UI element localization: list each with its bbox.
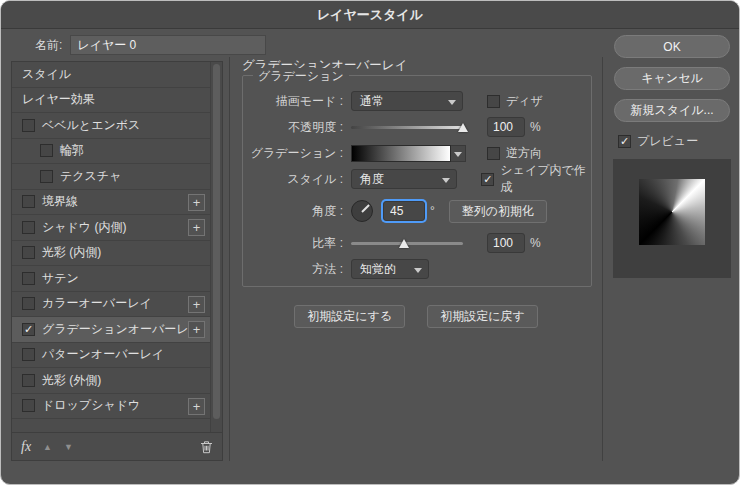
defaults-button-row: 初期設定にする 初期設定に戻す	[230, 305, 602, 328]
layer-style-dialog: レイヤースタイル 名前: スタイルレイヤー効果ベベルとエンボス輪郭テクスチャ境界…	[0, 0, 740, 485]
sidebar-item-label: 輪郭	[60, 142, 84, 159]
preview-well	[613, 159, 731, 278]
sidebar-item[interactable]: 輪郭	[12, 139, 210, 165]
style-enable-checkbox[interactable]	[22, 272, 35, 285]
sidebar-item[interactable]: スタイル	[12, 62, 210, 88]
sidebar-item[interactable]: カラーオーバーレイ+	[12, 292, 210, 318]
sidebar-item-label: 光彩 (外側)	[42, 372, 101, 389]
sidebar-item[interactable]: レイヤー効果	[12, 88, 210, 114]
style-list: スタイルレイヤー効果ベベルとエンボス輪郭テクスチャ境界線+シャドウ (内側)+光…	[12, 62, 210, 432]
reverse-label: 逆方向	[506, 145, 542, 162]
ok-button[interactable]: OK	[614, 35, 730, 58]
method-label: 方法 :	[243, 261, 343, 278]
sidebar-item-label: サテン	[42, 270, 79, 287]
sidebar-item-label: 光彩 (内側)	[42, 244, 101, 261]
blend-mode-value: 通常	[360, 93, 384, 110]
sidebar-item-label: パターンオーバーレイ	[42, 346, 164, 363]
sidebar-item-label: テクスチャ	[60, 168, 121, 185]
add-instance-plus-button[interactable]: +	[188, 296, 205, 313]
scrollbar-thumb[interactable]	[213, 64, 220, 419]
align-with-layer-checkbox[interactable]	[481, 173, 494, 186]
style-enable-checkbox[interactable]	[22, 323, 35, 336]
sidebar-item-label: ドロップシャドウ	[42, 397, 140, 414]
style-enable-checkbox[interactable]	[22, 221, 35, 234]
preview-row: プレビュー	[618, 133, 698, 150]
opacity-input[interactable]	[487, 117, 525, 137]
sidebar-footer: fx ▲ ▼	[12, 432, 222, 460]
gradient-style-value: 角度	[360, 171, 384, 188]
dither-checkbox[interactable]	[487, 95, 500, 108]
make-default-button[interactable]: 初期設定にする	[294, 305, 405, 328]
dialog-titlebar[interactable]: レイヤースタイル	[1, 1, 739, 29]
delete-effect-button[interactable]	[200, 440, 213, 454]
angle-dial[interactable]	[351, 200, 373, 222]
sidebar-item[interactable]: ドロップシャドウ+	[12, 394, 210, 420]
move-up-icon[interactable]: ▲	[43, 442, 52, 452]
add-instance-plus-button[interactable]: +	[188, 398, 205, 415]
new-style-button[interactable]: 新規スタイル...	[614, 99, 730, 122]
preview-label: プレビュー	[637, 133, 698, 150]
gradient-style-dropdown[interactable]: 角度	[351, 169, 457, 189]
style-enable-checkbox[interactable]	[22, 348, 35, 361]
opacity-slider[interactable]	[351, 119, 463, 135]
add-instance-plus-button[interactable]: +	[188, 219, 205, 236]
method-dropdown[interactable]: 知覚的	[351, 259, 429, 279]
sidebar-item-label: 境界線	[42, 193, 78, 210]
style-enable-checkbox[interactable]	[40, 170, 53, 183]
scale-label: 比率 :	[243, 235, 343, 252]
scale-input[interactable]	[487, 233, 525, 253]
dialog-title: レイヤースタイル	[317, 6, 423, 24]
gradient-swatch[interactable]	[351, 145, 451, 162]
opacity-slider-thumb[interactable]	[458, 123, 468, 132]
sidebar-item-label: ベベルとエンボス	[42, 117, 140, 134]
group-legend: グラデーション	[253, 68, 349, 85]
style-enable-checkbox[interactable]	[22, 119, 35, 132]
sidebar-item[interactable]: ベベルとエンボス	[12, 113, 210, 139]
cancel-button[interactable]: キャンセル	[614, 67, 730, 90]
style-enable-checkbox[interactable]	[22, 374, 35, 387]
style-enable-checkbox[interactable]	[22, 246, 35, 259]
style-enable-checkbox[interactable]	[22, 297, 35, 310]
reset-to-default-button[interactable]: 初期設定に戻す	[427, 305, 538, 328]
sidebar-item[interactable]: サテン	[12, 266, 210, 292]
fx-icon[interactable]: fx	[21, 439, 31, 455]
move-down-icon[interactable]: ▼	[64, 442, 73, 452]
gradient-preview-thumbnail	[639, 179, 705, 245]
sidebar-item-label: シャドウ (内側)	[42, 219, 126, 236]
sidebar-item[interactable]: パターンオーバーレイ	[12, 343, 210, 369]
blend-mode-dropdown[interactable]: 通常	[351, 91, 463, 111]
opacity-slider-track[interactable]	[351, 126, 463, 129]
sidebar-item[interactable]: 光彩 (内側)	[12, 241, 210, 267]
blend-mode-row: 描画モード : 通常 ディザ	[243, 90, 591, 112]
sidebar-item[interactable]: 光彩 (外側)	[12, 368, 210, 394]
style-label: スタイル :	[243, 171, 343, 188]
name-row: 名前:	[35, 35, 266, 55]
preview-checkbox[interactable]	[618, 135, 631, 148]
gradient-picker-dropdown[interactable]	[451, 145, 466, 162]
style-enable-checkbox[interactable]	[40, 144, 53, 157]
opacity-unit: %	[530, 120, 541, 134]
scale-unit: %	[530, 236, 541, 250]
trash-icon	[200, 440, 213, 454]
sidebar-item[interactable]: グラデーションオーバーレイ+	[12, 317, 210, 343]
gradient-row: グラデーション : 逆方向	[243, 142, 591, 164]
reverse-checkbox[interactable]	[487, 147, 500, 160]
layer-name-input[interactable]	[70, 35, 266, 55]
scale-slider-thumb[interactable]	[399, 239, 409, 248]
reset-alignment-button[interactable]: 整列の初期化	[449, 200, 547, 223]
angle-unit: °	[430, 204, 435, 218]
sidebar-scrollbar[interactable]	[210, 62, 222, 432]
style-enable-checkbox[interactable]	[22, 399, 35, 412]
sidebar-item[interactable]: シャドウ (内側)+	[12, 215, 210, 241]
style-enable-checkbox[interactable]	[22, 195, 35, 208]
sidebar-item[interactable]: テクスチャ	[12, 164, 210, 190]
angle-label: 角度 :	[243, 203, 343, 220]
sidebar-item-label: カラーオーバーレイ	[42, 295, 152, 312]
add-instance-plus-button[interactable]: +	[188, 194, 205, 211]
blend-mode-label: 描画モード :	[243, 93, 343, 110]
angle-input[interactable]	[383, 201, 425, 221]
sidebar-item[interactable]: 境界線+	[12, 190, 210, 216]
add-instance-plus-button[interactable]: +	[188, 321, 205, 338]
method-value: 知覚的	[360, 261, 396, 278]
scale-slider[interactable]	[351, 235, 463, 251]
